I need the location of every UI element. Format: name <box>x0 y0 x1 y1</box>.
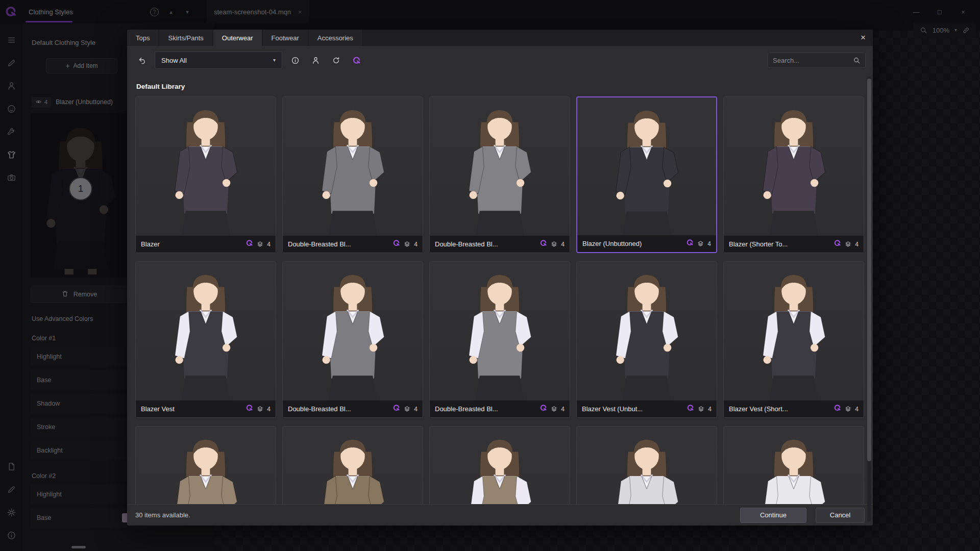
clothing-item-card[interactable]: Blazer (Shorter To... 4 <box>723 96 864 253</box>
mannequin-brand-icon <box>393 404 400 414</box>
layers-icon <box>257 241 263 247</box>
item-name: Double-Breasted Bl... <box>435 240 536 248</box>
item-name: Blazer Vest <box>141 405 242 413</box>
item-label-bar: Blazer Vest (Short... 4 <box>724 400 864 417</box>
layers-count: 4 <box>855 406 859 413</box>
character-figure <box>156 263 256 400</box>
layers-icon <box>257 406 263 412</box>
clothing-item-card[interactable]: Double-Breasted Bl... 4 <box>429 96 570 253</box>
search-icon[interactable] <box>853 57 861 64</box>
item-label-bar: Blazer (Shorter To... 4 <box>724 236 864 253</box>
item-thumbnail <box>724 97 864 236</box>
search-input[interactable] <box>773 57 849 64</box>
mannequin-brand-icon <box>540 404 547 414</box>
item-thumbnail <box>136 262 276 400</box>
item-name: Blazer (Shorter To... <box>729 240 830 248</box>
item-thumbnail <box>577 262 717 400</box>
clothing-item-card[interactable] <box>282 426 423 504</box>
clothing-item-card[interactable] <box>429 426 570 504</box>
item-name: Blazer <box>141 240 242 248</box>
clothing-item-card[interactable]: Double-Breasted Bl... 4 <box>282 261 423 418</box>
item-label-bar: Double-Breasted Bl... 4 <box>430 400 570 417</box>
refresh-icon[interactable] <box>328 53 344 68</box>
clothing-item-card[interactable] <box>723 426 864 504</box>
character-figure <box>597 263 697 400</box>
undo-icon[interactable] <box>134 53 150 68</box>
layers-icon <box>845 241 851 247</box>
item-label-bar: Blazer Vest 4 <box>136 400 276 417</box>
item-name: Double-Breasted Bl... <box>288 405 389 413</box>
tab-outerwear[interactable]: Outerwear <box>213 30 262 46</box>
chevron-down-icon: ▾ <box>273 58 276 63</box>
item-name: Blazer Vest (Short... <box>729 405 830 413</box>
clothing-item-card[interactable]: Blazer Vest (Short... 4 <box>723 261 864 418</box>
item-label-bar: Double-Breasted Bl... 4 <box>430 236 570 253</box>
layers-count: 4 <box>414 406 418 413</box>
item-name: Double-Breasted Bl... <box>288 240 389 248</box>
tab-footwear[interactable]: Footwear <box>263 30 308 46</box>
continue-button[interactable]: Continue <box>740 508 806 523</box>
character-figure <box>744 428 844 504</box>
item-name: Blazer (Unbuttoned) <box>582 240 682 247</box>
item-thumbnail <box>430 427 570 504</box>
layers-count: 4 <box>561 241 565 248</box>
character-figure <box>303 98 403 236</box>
mannequin-brand-icon <box>687 404 694 414</box>
layers-count: 4 <box>708 406 712 413</box>
character-figure <box>156 98 256 236</box>
search-box[interactable] <box>768 53 866 68</box>
item-name: Blazer Vest (Unbut... <box>582 405 683 413</box>
character-figure <box>597 98 697 235</box>
modal-close-button[interactable]: × <box>853 30 873 46</box>
item-thumbnail <box>136 427 276 504</box>
clothing-item-card[interactable] <box>576 426 717 504</box>
item-thumbnail <box>724 262 864 400</box>
item-label-bar: Blazer Vest (Unbut... 4 <box>577 400 717 417</box>
mannequin-brand-icon <box>834 404 841 414</box>
item-label-bar: Blazer (Unbuttoned) 4 <box>577 235 716 252</box>
filter-dropdown[interactable]: Show All ▾ <box>155 52 282 69</box>
character-figure <box>597 428 697 504</box>
tab-tops[interactable]: Tops <box>127 30 158 46</box>
mannequin-brand-icon <box>393 239 400 249</box>
item-name: Double-Breasted Bl... <box>435 405 536 413</box>
clothing-item-card[interactable] <box>135 426 276 504</box>
layers-count: 4 <box>707 240 711 247</box>
clothing-item-card[interactable]: Blazer (Unbuttoned) 4 <box>576 96 717 253</box>
character-figure <box>303 263 403 400</box>
mannequin-brand-icon <box>540 239 547 249</box>
modal-scrollbar[interactable] <box>867 77 871 521</box>
tab-skirts-pants[interactable]: Skirts/Pants <box>159 30 212 46</box>
item-thumbnail <box>283 427 423 504</box>
cancel-button[interactable]: Cancel <box>816 508 865 523</box>
clothing-item-card[interactable]: Blazer Vest 4 <box>135 261 276 418</box>
layers-icon <box>551 406 557 412</box>
library-section-title: Default Library <box>136 83 864 90</box>
filter-value: Show All <box>161 57 187 64</box>
character-figure <box>303 428 403 504</box>
character-figure <box>450 263 550 400</box>
character-icon[interactable] <box>308 53 323 68</box>
modal-tab-bar: TopsSkirts/PantsOuterwearFootwearAccesso… <box>127 30 873 46</box>
item-thumbnail <box>283 262 423 400</box>
info-icon[interactable] <box>287 53 303 68</box>
layers-count: 4 <box>267 406 271 413</box>
item-thumbnail <box>724 427 864 504</box>
mannequin-brand-icon[interactable] <box>349 53 364 68</box>
clothing-item-card[interactable]: Blazer Vest (Unbut... 4 <box>576 261 717 418</box>
clothing-picker-dialog: TopsSkirts/PantsOuterwearFootwearAccesso… <box>127 30 873 525</box>
item-label-bar: Blazer 4 <box>136 236 276 253</box>
modal-scrollbar-thumb[interactable] <box>867 79 871 461</box>
item-thumbnail <box>577 97 716 235</box>
clothing-item-card[interactable]: Double-Breasted Bl... 4 <box>429 261 570 418</box>
character-figure <box>744 98 844 236</box>
item-thumbnail <box>136 97 276 236</box>
clothing-item-card[interactable]: Blazer 4 <box>135 96 276 253</box>
layers-count: 4 <box>267 241 271 248</box>
clothing-item-card[interactable]: Double-Breasted Bl... 4 <box>282 96 423 253</box>
tab-accessories[interactable]: Accessories <box>309 30 362 46</box>
layers-count: 4 <box>561 406 565 413</box>
character-figure <box>156 428 256 504</box>
layers-icon <box>698 406 704 412</box>
character-figure <box>450 428 550 504</box>
